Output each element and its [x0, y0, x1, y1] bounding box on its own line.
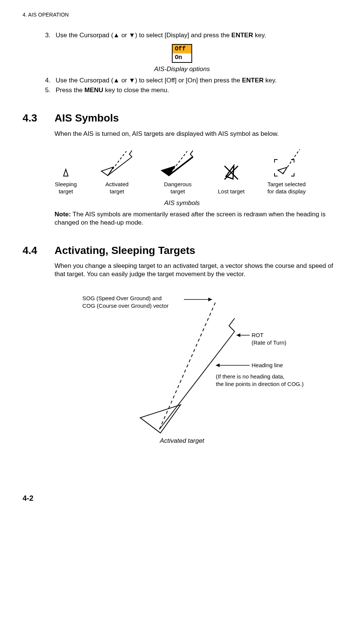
- step-5-number: 5.: [45, 86, 56, 94]
- section-4-3-body: When the AIS is turned on, AIS targets a…: [55, 130, 341, 138]
- symbol-label: Sleeping target: [55, 181, 77, 195]
- activated-target-icon: [96, 147, 138, 178]
- section-4-4-heading: 4.4 Activating, Sleeping Targets: [23, 244, 341, 257]
- enter-key-label: ENTER: [242, 77, 264, 84]
- enter-key-label: ENTER: [231, 32, 253, 39]
- svg-marker-11: [278, 167, 288, 175]
- text-fragment: key.: [253, 32, 266, 39]
- lost-target-symbol: Lost target: [218, 155, 244, 195]
- symbol-label: Activated target: [96, 181, 138, 195]
- svg-marker-18: [237, 333, 240, 337]
- text-fragment: Press the: [56, 87, 85, 94]
- selected-target-icon: [264, 147, 309, 178]
- figure-caption-display-options: AIS-Display options: [23, 65, 341, 73]
- figure-caption-activated-target: Activated target: [50, 437, 314, 445]
- section-4-3-heading: 4.3 AIS Symbols: [23, 111, 341, 125]
- step-4-number: 4.: [45, 76, 56, 85]
- step-5-text: Press the MENU key to close the menu.: [56, 86, 341, 94]
- step-5: 5. Press the MENU key to close the menu.: [45, 86, 341, 94]
- step-3-number: 3.: [45, 31, 56, 40]
- activated-target-diagram: SOG (Speed Over Ground) and COG (Course …: [50, 286, 314, 448]
- ais-symbols-row: Sleeping target Activated target Dangero…: [45, 147, 319, 195]
- text-fragment: Use the Cursorpad (: [56, 77, 113, 84]
- text-fragment: or: [120, 32, 129, 39]
- option-off: Off: [173, 45, 191, 53]
- step-4-text: Use the Cursorpad (▲ or ▼) to select [Of…: [56, 76, 341, 85]
- section-number: 4.4: [23, 244, 55, 257]
- menu-key-label: MENU: [85, 87, 103, 94]
- symbol-label: Dangerous target: [157, 181, 199, 195]
- dangerous-target-icon: [157, 147, 199, 178]
- text-fragment: key.: [264, 77, 277, 84]
- sleeping-target-symbol: Sleeping target: [55, 151, 77, 195]
- symbol-label: Target selected for data display: [264, 181, 309, 195]
- text-fragment: key to close the menu.: [103, 87, 169, 94]
- activated-target-symbol: Activated target: [96, 147, 138, 195]
- step-3: 3. Use the Cursorpad (▲ or ▼) to select …: [45, 31, 341, 40]
- text-fragment: ) to select [Off] or [On] then press the: [135, 77, 242, 84]
- svg-marker-20: [216, 363, 220, 367]
- section-4-3-note: Note: The AIS symbols are momentarily er…: [55, 210, 341, 227]
- section-number: 4.3: [23, 111, 55, 125]
- down-triangle-icon: ▼: [129, 32, 135, 39]
- text-fragment: ) to select [Display] and press the: [135, 32, 231, 39]
- up-triangle-icon: ▲: [113, 32, 120, 39]
- note-label: Note:: [55, 211, 71, 218]
- rot-label: ROT (Rate of Turn): [252, 331, 287, 347]
- page-number: 4-2: [23, 493, 341, 503]
- svg-line-5: [168, 157, 193, 176]
- symbol-label: Lost target: [218, 188, 244, 195]
- display-options-box: Off On: [172, 44, 192, 63]
- section-title: AIS Symbols: [55, 111, 119, 125]
- option-on: On: [173, 53, 191, 62]
- lost-target-icon: [220, 155, 243, 185]
- text-fragment: or: [120, 77, 129, 84]
- figure-caption-ais-symbols: AIS symbols: [23, 199, 341, 207]
- cog-note-label: (If there is no heading data, the line p…: [216, 373, 303, 388]
- text-fragment: Use the Cursorpad (: [56, 32, 113, 39]
- heading-line-label: Heading line: [252, 362, 283, 369]
- sleeping-target-icon: [60, 151, 71, 178]
- selected-target-symbol: Target selected for data display: [264, 147, 309, 195]
- note-text: The AIS symbols are momentarily erased a…: [55, 211, 326, 226]
- step-4: 4. Use the Cursorpad (▲ or ▼) to select …: [45, 76, 341, 85]
- svg-marker-16: [208, 298, 212, 301]
- svg-line-13: [159, 301, 216, 429]
- section-4-4-body: When you change a sleeping target to an …: [55, 262, 341, 278]
- down-triangle-icon: ▼: [129, 77, 135, 84]
- sog-cog-label: SOG (Speed Over Ground) and COG (Course …: [82, 295, 168, 310]
- up-triangle-icon: ▲: [113, 77, 120, 84]
- svg-marker-0: [64, 169, 68, 176]
- dangerous-target-symbol: Dangerous target: [157, 147, 199, 195]
- svg-line-2: [108, 157, 132, 176]
- step-3-text: Use the Cursorpad (▲ or ▼) to select [Di…: [56, 31, 341, 40]
- page-header: 4. AIS OPERATION: [23, 11, 341, 18]
- svg-marker-12: [140, 404, 183, 434]
- section-title: Activating, Sleeping Targets: [55, 244, 195, 257]
